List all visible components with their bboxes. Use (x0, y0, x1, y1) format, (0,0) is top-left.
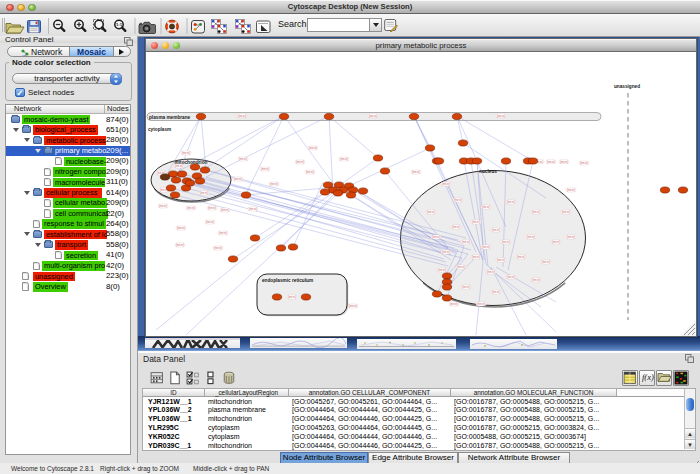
svg-text:1:1: 1:1 (116, 22, 123, 27)
svg-text:unassigned: unassigned (614, 84, 640, 89)
svg-text:endoplasmic reticulum: endoplasmic reticulum (262, 278, 313, 283)
svg-text:cytoplasm: cytoplasm (148, 127, 171, 132)
svg-text:plasma membrane: plasma membrane (149, 115, 191, 120)
svg-text:f(x): f(x) (642, 372, 654, 382)
